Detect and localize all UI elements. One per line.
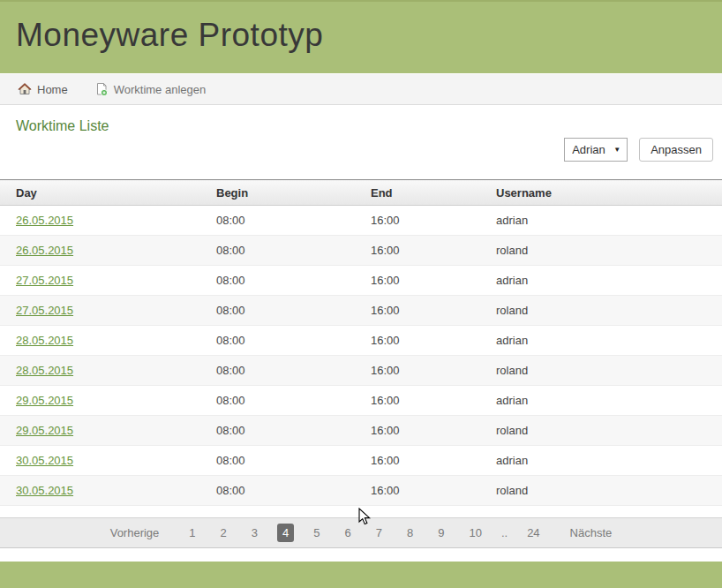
- day-cell: 26.05.2015: [0, 236, 216, 266]
- column-header-end[interactable]: End: [371, 180, 496, 206]
- pagination: Vorherige12345678910..24Nächste: [0, 517, 722, 548]
- footer-bar: [0, 562, 722, 588]
- day-cell: 29.05.2015: [0, 416, 216, 446]
- user-select[interactable]: Adrian ▼: [564, 138, 628, 162]
- user-select-value: Adrian: [572, 143, 605, 156]
- username-cell: adrian: [496, 206, 722, 236]
- nav-item-home-label: Home: [37, 83, 68, 96]
- day-cell: 27.05.2015: [0, 296, 216, 326]
- day-cell: 28.05.2015: [0, 326, 216, 356]
- day-cell: 30.05.2015: [0, 476, 216, 506]
- pagination-page-5[interactable]: 5: [308, 524, 325, 542]
- day-link[interactable]: 29.05.2015: [16, 394, 73, 407]
- page-title: Moneyware Prototyp: [0, 2, 722, 55]
- username-cell: roland: [496, 476, 722, 506]
- day-link[interactable]: 28.05.2015: [16, 334, 73, 347]
- pagination-page-24[interactable]: 24: [522, 524, 545, 542]
- table-row: 27.05.201508:0016:00roland: [0, 296, 722, 326]
- username-cell: roland: [496, 296, 722, 326]
- pagination-page-1[interactable]: 1: [184, 524, 200, 542]
- pagination-page-10[interactable]: 10: [463, 524, 486, 542]
- day-link[interactable]: 30.05.2015: [16, 454, 73, 467]
- anpassen-button[interactable]: Anpassen: [639, 138, 713, 162]
- pagination-prev[interactable]: Vorherige: [105, 524, 165, 542]
- end-cell: 16:00: [371, 326, 496, 356]
- page-add-icon: [94, 82, 109, 96]
- day-cell: 28.05.2015: [0, 356, 216, 386]
- pagination-page-3[interactable]: 3: [246, 524, 263, 542]
- worktime-table-body: 26.05.201508:0016:00adrian26.05.201508:0…: [0, 206, 722, 506]
- column-header-begin[interactable]: Begin: [216, 180, 371, 206]
- day-link[interactable]: 28.05.2015: [16, 364, 73, 377]
- begin-cell: 08:00: [216, 386, 371, 416]
- day-cell: 27.05.2015: [0, 266, 216, 296]
- day-link[interactable]: 26.05.2015: [16, 244, 73, 257]
- end-cell: 16:00: [371, 416, 496, 446]
- username-cell: adrian: [496, 446, 722, 476]
- pagination-page-8[interactable]: 8: [402, 524, 418, 542]
- day-cell: 29.05.2015: [0, 386, 216, 416]
- nav-item-worktime-anlegen-label: Worktime anlegen: [114, 83, 207, 96]
- end-cell: 16:00: [371, 296, 496, 326]
- begin-cell: 08:00: [216, 206, 371, 236]
- begin-cell: 08:00: [216, 356, 371, 386]
- day-link[interactable]: 27.05.2015: [16, 274, 73, 287]
- table-row: 29.05.201508:0016:00adrian: [0, 386, 722, 416]
- table-row: 30.05.201508:0016:00adrian: [0, 446, 722, 476]
- day-cell: 26.05.2015: [0, 206, 216, 236]
- table-row: 30.05.201508:0016:00roland: [0, 476, 722, 506]
- begin-cell: 08:00: [216, 476, 371, 506]
- table-row: 27.05.201508:0016:00adrian: [0, 266, 722, 296]
- end-cell: 16:00: [371, 386, 496, 416]
- begin-cell: 08:00: [216, 326, 371, 356]
- header-banner: Moneyware Prototyp: [0, 0, 722, 73]
- pagination-page-7[interactable]: 7: [371, 524, 387, 542]
- day-cell: 30.05.2015: [0, 446, 216, 476]
- begin-cell: 08:00: [216, 296, 371, 326]
- begin-cell: 08:00: [216, 416, 371, 446]
- nav-item-worktime-anlegen[interactable]: Worktime anlegen: [94, 82, 207, 96]
- end-cell: 16:00: [371, 476, 496, 506]
- end-cell: 16:00: [371, 446, 496, 476]
- end-cell: 16:00: [371, 356, 496, 386]
- end-cell: 16:00: [371, 206, 496, 236]
- begin-cell: 08:00: [216, 266, 371, 296]
- pagination-next[interactable]: Nächste: [565, 524, 618, 542]
- pagination-page-2[interactable]: 2: [215, 524, 232, 542]
- username-cell: adrian: [496, 266, 722, 296]
- day-link[interactable]: 30.05.2015: [16, 484, 73, 497]
- username-cell: adrian: [496, 326, 722, 356]
- nav-item-home[interactable]: Home: [18, 82, 68, 96]
- column-header-username[interactable]: Username: [496, 180, 722, 206]
- home-icon: [18, 82, 32, 96]
- day-link[interactable]: 29.05.2015: [16, 424, 73, 437]
- begin-cell: 08:00: [216, 236, 371, 266]
- day-link[interactable]: 26.05.2015: [16, 214, 73, 227]
- pagination-page-4[interactable]: 4: [277, 524, 294, 542]
- page: Moneyware Prototyp Home: [0, 0, 722, 588]
- worktime-table: Day Begin End Username 26.05.201508:0016…: [0, 179, 722, 506]
- username-cell: roland: [496, 416, 722, 446]
- table-row: 26.05.201508:0016:00adrian: [0, 206, 722, 236]
- pagination-page-6[interactable]: 6: [340, 524, 357, 542]
- end-cell: 16:00: [371, 266, 496, 296]
- end-cell: 16:00: [371, 236, 496, 266]
- table-row: 28.05.201508:0016:00adrian: [0, 326, 722, 356]
- begin-cell: 08:00: [216, 446, 371, 476]
- table-row: 28.05.201508:0016:00roland: [0, 356, 722, 386]
- chevron-down-icon: ▼: [613, 146, 620, 154]
- pagination-ellipsis: ..: [496, 524, 513, 542]
- filter-controls: Adrian ▼ Anpassen: [0, 138, 722, 162]
- username-cell: adrian: [496, 386, 722, 416]
- day-link[interactable]: 27.05.2015: [16, 304, 73, 317]
- table-header-row: Day Begin End Username: [0, 180, 722, 206]
- table-row: 29.05.201508:0016:00roland: [0, 416, 722, 446]
- column-header-day[interactable]: Day: [0, 180, 216, 206]
- username-cell: roland: [496, 236, 722, 266]
- table-row: 26.05.201508:0016:00roland: [0, 236, 722, 266]
- pagination-page-9[interactable]: 9: [432, 524, 449, 542]
- username-cell: roland: [496, 356, 722, 386]
- navbar: Home Worktime anlegen: [0, 73, 722, 105]
- page-heading: Worktime Liste: [16, 118, 722, 134]
